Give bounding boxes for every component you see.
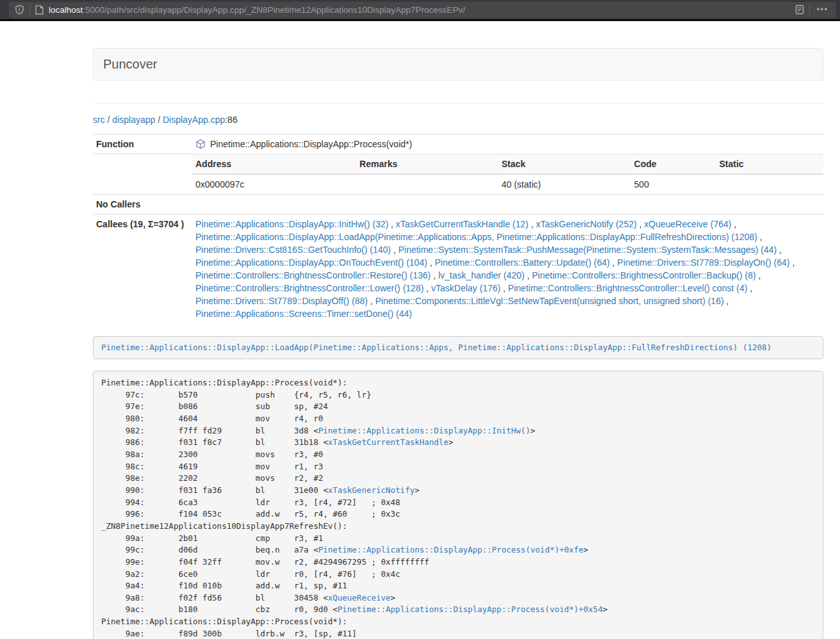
table-row: Callees (19, Σ=3704 ) Pinetime::Applicat… <box>93 214 823 324</box>
column-header-address: Address <box>192 154 356 174</box>
callee-link[interactable]: Pinetime::Drivers::St7789::DisplayOn() (… <box>617 257 789 268</box>
callee-link[interactable]: Pinetime::Controllers::BrightnessControl… <box>195 283 424 293</box>
callee-link[interactable]: Pinetime::Applications::DisplayApp::Init… <box>195 219 388 229</box>
function-table: Function Pinetime::Applications::Display… <box>93 134 823 323</box>
stats-data-row: 0x0000097c 40 (static) 500 <box>192 174 823 194</box>
column-header-static: Static <box>716 154 823 174</box>
callee-link[interactable]: xQueueReceive (764) <box>644 219 731 229</box>
callee-link[interactable]: Pinetime::Controllers::BrightnessControl… <box>532 270 755 280</box>
callee-link[interactable]: Pinetime::Controllers::BrightnessControl… <box>508 283 747 293</box>
address-value: 0x0000097c <box>192 174 356 194</box>
function-name: Pinetime::Applications::DisplayApp::Proc… <box>210 139 412 149</box>
callee-link[interactable]: xTaskGetCurrentTaskHandle (12) <box>396 219 529 229</box>
page-actions-menu-icon[interactable]: ••• <box>815 5 830 14</box>
browser-toolbar: localhost:5000/path/src/displayapp/Displ… <box>0 0 840 21</box>
page-container: Puncover src / displayapp / DisplayApp.c… <box>93 48 823 639</box>
callee-link[interactable]: Pinetime::Components::LittleVgl::SetNewT… <box>375 296 724 306</box>
urlbar-divider <box>29 4 30 15</box>
highlighted-symbol-box: Pinetime::Applications::DisplayApp::Load… <box>93 336 823 359</box>
urlbar-divider <box>809 4 810 15</box>
stats-cell: Address Remarks Stack Code Static 0x0000… <box>192 154 823 195</box>
divider <box>93 103 823 104</box>
function-name-cell: Pinetime::Applications::DisplayApp::Proc… <box>192 134 823 154</box>
url-input[interactable]: localhost:5000/path/src/displayapp/Displ… <box>49 5 790 15</box>
remarks-value <box>356 174 498 194</box>
breadcrumb-link-displayapp[interactable]: displayapp <box>112 115 155 125</box>
code-symbol-link[interactable]: xTaskGenericNotify <box>328 485 415 495</box>
function-cube-icon <box>195 139 206 149</box>
function-row-label: Function <box>93 134 192 154</box>
code-size-value: 500 <box>631 174 716 194</box>
code-symbol-link[interactable]: Pinetime::Applications::DisplayApp::Proc… <box>338 604 603 614</box>
callee-link[interactable]: vTaskDelay (176) <box>431 283 500 293</box>
url-path: :5000/path/src/displayapp/DisplayApp.cpp… <box>83 5 465 15</box>
shield-icon[interactable] <box>15 4 24 15</box>
disassembly-box: Pinetime::Applications::DisplayApp::Proc… <box>93 371 823 639</box>
callee-link[interactable]: Pinetime::Drivers::Cst816S::GetTouchInfo… <box>195 245 391 255</box>
static-value <box>716 174 823 194</box>
callees-list: Pinetime::Applications::DisplayApp::Init… <box>192 214 823 324</box>
breadcrumb-link-src[interactable]: src <box>93 115 105 125</box>
stats-header-row: Address Remarks Stack Code Static <box>192 154 823 174</box>
callee-link[interactable]: Pinetime::Controllers::Battery::Update()… <box>435 257 610 268</box>
breadcrumb-line-number: :86 <box>225 115 237 125</box>
callees-label: Callees (19, Σ=3704 ) <box>93 214 192 324</box>
code-symbol-link[interactable]: Pinetime::Applications::DisplayApp::Init… <box>318 426 531 435</box>
column-header-code: Code <box>631 154 716 174</box>
breadcrumb: src / displayapp / DisplayApp.cpp:86 <box>93 113 823 126</box>
breadcrumb-link-file[interactable]: DisplayApp.cpp <box>163 115 225 125</box>
code-symbol-link[interactable]: Pinetime::Applications::DisplayApp::Proc… <box>318 545 584 554</box>
table-row: Function Pinetime::Applications::Display… <box>93 134 823 154</box>
url-host: localhost <box>49 5 83 15</box>
callee-link[interactable]: Pinetime::System::SystemTask::PushMessag… <box>399 245 777 255</box>
breadcrumb-separator: / <box>108 115 110 125</box>
column-header-stack: Stack <box>498 154 631 174</box>
no-callers-label: No Callers <box>93 195 192 214</box>
empty-row-label <box>93 154 192 195</box>
table-row: Address Remarks Stack Code Static 0x0000… <box>93 154 823 195</box>
stack-value: 40 (static) <box>498 174 631 194</box>
stats-table: Address Remarks Stack Code Static 0x0000… <box>192 154 823 194</box>
code-symbol-link[interactable]: xQueueReceive <box>328 593 391 603</box>
code-symbol-link[interactable]: xTaskGetCurrentTaskHandle <box>328 437 449 447</box>
column-header-remarks: Remarks <box>356 154 498 174</box>
url-bar[interactable]: localhost:5000/path/src/displayapp/Displ… <box>9 2 836 18</box>
table-row: No Callers <box>93 195 823 214</box>
brand-link[interactable]: Puncover <box>103 57 158 72</box>
page-info-icon[interactable] <box>35 5 44 15</box>
assembly-code: Pinetime::Applications::DisplayApp::Proc… <box>101 377 815 639</box>
callee-link[interactable]: xTaskGenericNotify (252) <box>536 219 636 229</box>
callers-cell <box>192 195 823 214</box>
navbar: Puncover <box>93 48 823 81</box>
highlighted-symbol-link[interactable]: Pinetime::Applications::DisplayApp::Load… <box>101 343 771 352</box>
callee-link[interactable]: lv_task_handler (420) <box>438 270 525 280</box>
callee-link[interactable]: Pinetime::Applications::DisplayApp::OnTo… <box>195 257 427 268</box>
callee-link[interactable]: Pinetime::Applications::DisplayApp::Load… <box>195 232 757 242</box>
breadcrumb-separator: / <box>158 115 160 125</box>
callee-link[interactable]: Pinetime::Controllers::BrightnessControl… <box>195 270 431 280</box>
callee-link[interactable]: Pinetime::Applications::Screens::Timer::… <box>195 309 412 319</box>
reader-mode-icon[interactable] <box>795 4 804 15</box>
callee-link[interactable]: Pinetime::Drivers::St7789::DisplayOff() … <box>195 296 368 306</box>
